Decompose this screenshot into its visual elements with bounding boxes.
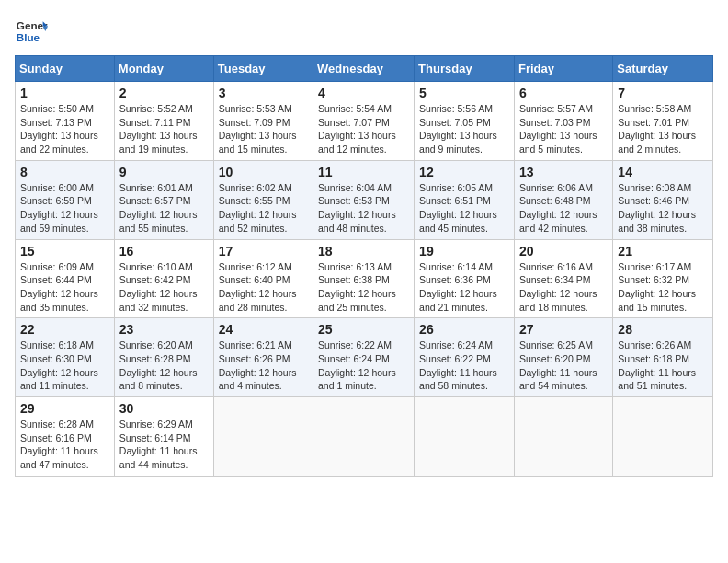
header-wednesday: Wednesday — [313, 56, 415, 82]
calendar-cell: 29Sunrise: 6:28 AMSunset: 6:16 PMDayligh… — [16, 397, 115, 477]
day-number: 11 — [318, 165, 409, 179]
day-number: 7 — [618, 86, 708, 100]
day-number: 30 — [119, 401, 209, 416]
header-sunday: Sunday — [16, 56, 115, 82]
day-number: 28 — [618, 322, 708, 337]
day-info: Sunrise: 5:58 AMSunset: 7:01 PMDaylight:… — [618, 102, 708, 156]
calendar-cell: 13Sunrise: 6:06 AMSunset: 6:48 PMDayligh… — [514, 160, 612, 239]
day-info: Sunrise: 5:53 AMSunset: 7:09 PMDaylight:… — [219, 102, 308, 156]
day-info: Sunrise: 5:57 AMSunset: 7:03 PMDaylight:… — [519, 102, 608, 156]
day-info: Sunrise: 6:21 AMSunset: 6:26 PMDaylight:… — [219, 339, 308, 393]
header-tuesday: Tuesday — [213, 56, 313, 82]
day-info: Sunrise: 6:17 AMSunset: 6:32 PMDaylight:… — [618, 260, 708, 315]
calendar-cell: 25Sunrise: 6:22 AMSunset: 6:24 PMDayligh… — [313, 318, 415, 397]
day-number: 26 — [419, 322, 509, 337]
calendar-cell: 15Sunrise: 6:09 AMSunset: 6:44 PMDayligh… — [16, 239, 115, 318]
calendar-cell: 4Sunrise: 5:54 AMSunset: 7:07 PMDaylight… — [313, 82, 415, 161]
calendar-cell: 7Sunrise: 5:58 AMSunset: 7:01 PMDaylight… — [613, 82, 713, 161]
calendar-cell: 14Sunrise: 6:08 AMSunset: 6:46 PMDayligh… — [613, 160, 713, 239]
day-number: 14 — [618, 165, 708, 179]
day-number: 15 — [20, 244, 109, 259]
calendar-cell: 26Sunrise: 6:24 AMSunset: 6:22 PMDayligh… — [415, 318, 515, 397]
header-thursday: Thursday — [415, 56, 515, 82]
day-info: Sunrise: 5:50 AMSunset: 7:13 PMDaylight:… — [20, 102, 109, 156]
logo: General Blue — [15, 15, 48, 48]
header-friday: Friday — [514, 56, 612, 82]
calendar-cell: 9Sunrise: 6:01 AMSunset: 6:57 PMDaylight… — [114, 160, 213, 239]
day-number: 5 — [419, 86, 509, 100]
calendar-cell: 2Sunrise: 5:52 AMSunset: 7:11 PMDaylight… — [114, 82, 213, 161]
calendar-week-row: 1Sunrise: 5:50 AMSunset: 7:13 PMDaylight… — [16, 82, 713, 161]
day-info: Sunrise: 6:00 AMSunset: 6:59 PMDaylight:… — [20, 181, 109, 236]
calendar-cell: 27Sunrise: 6:25 AMSunset: 6:20 PMDayligh… — [514, 318, 612, 397]
day-info: Sunrise: 6:08 AMSunset: 6:46 PMDaylight:… — [618, 181, 708, 236]
day-info: Sunrise: 6:14 AMSunset: 6:36 PMDaylight:… — [419, 260, 509, 315]
day-info: Sunrise: 6:25 AMSunset: 6:20 PMDaylight:… — [519, 339, 608, 393]
calendar-week-row: 29Sunrise: 6:28 AMSunset: 6:16 PMDayligh… — [16, 397, 713, 477]
day-number: 25 — [318, 322, 409, 337]
day-info: Sunrise: 6:28 AMSunset: 6:16 PMDaylight:… — [20, 418, 109, 472]
day-number: 16 — [119, 244, 209, 259]
calendar-cell: 19Sunrise: 6:14 AMSunset: 6:36 PMDayligh… — [415, 239, 515, 318]
calendar-cell: 30Sunrise: 6:29 AMSunset: 6:14 PMDayligh… — [114, 397, 213, 477]
calendar-week-row: 15Sunrise: 6:09 AMSunset: 6:44 PMDayligh… — [16, 239, 713, 318]
day-number: 20 — [519, 244, 608, 259]
calendar-cell: 6Sunrise: 5:57 AMSunset: 7:03 PMDaylight… — [514, 82, 612, 161]
day-info: Sunrise: 5:52 AMSunset: 7:11 PMDaylight:… — [119, 102, 209, 156]
day-info: Sunrise: 6:04 AMSunset: 6:53 PMDaylight:… — [318, 181, 409, 236]
calendar-cell: 11Sunrise: 6:04 AMSunset: 6:53 PMDayligh… — [313, 160, 415, 239]
calendar-cell: 21Sunrise: 6:17 AMSunset: 6:32 PMDayligh… — [613, 239, 713, 318]
day-number: 12 — [419, 165, 509, 179]
header-saturday: Saturday — [613, 56, 713, 82]
day-number: 2 — [119, 86, 209, 100]
day-info: Sunrise: 5:54 AMSunset: 7:07 PMDaylight:… — [318, 102, 409, 156]
calendar-cell: 23Sunrise: 6:20 AMSunset: 6:28 PMDayligh… — [114, 318, 213, 397]
calendar-cell: 18Sunrise: 6:13 AMSunset: 6:38 PMDayligh… — [313, 239, 415, 318]
day-info: Sunrise: 6:06 AMSunset: 6:48 PMDaylight:… — [519, 181, 608, 236]
day-info: Sunrise: 6:20 AMSunset: 6:28 PMDaylight:… — [119, 339, 209, 393]
day-number: 29 — [20, 401, 109, 416]
calendar-table: SundayMondayTuesdayWednesdayThursdayFrid… — [15, 55, 713, 477]
calendar-cell: 10Sunrise: 6:02 AMSunset: 6:55 PMDayligh… — [213, 160, 313, 239]
day-info: Sunrise: 6:24 AMSunset: 6:22 PMDaylight:… — [419, 339, 509, 393]
day-number: 27 — [519, 322, 608, 337]
calendar-cell: 20Sunrise: 6:16 AMSunset: 6:34 PMDayligh… — [514, 239, 612, 318]
day-info: Sunrise: 6:29 AMSunset: 6:14 PMDaylight:… — [119, 418, 209, 472]
day-number: 9 — [119, 165, 209, 179]
calendar-cell: 1Sunrise: 5:50 AMSunset: 7:13 PMDaylight… — [16, 82, 115, 161]
calendar-cell: 17Sunrise: 6:12 AMSunset: 6:40 PMDayligh… — [213, 239, 313, 318]
day-number: 3 — [219, 86, 308, 100]
day-info: Sunrise: 6:09 AMSunset: 6:44 PMDaylight:… — [20, 260, 109, 315]
day-info: Sunrise: 6:01 AMSunset: 6:57 PMDaylight:… — [119, 181, 209, 236]
calendar-cell: 12Sunrise: 6:05 AMSunset: 6:51 PMDayligh… — [415, 160, 515, 239]
logo-icon: General Blue — [15, 15, 48, 48]
calendar-cell: 5Sunrise: 5:56 AMSunset: 7:05 PMDaylight… — [415, 82, 515, 161]
calendar-header-row: SundayMondayTuesdayWednesdayThursdayFrid… — [16, 56, 713, 82]
day-info: Sunrise: 6:16 AMSunset: 6:34 PMDaylight:… — [519, 260, 608, 315]
day-number: 18 — [318, 244, 409, 259]
header-monday: Monday — [114, 56, 213, 82]
calendar-cell: 3Sunrise: 5:53 AMSunset: 7:09 PMDaylight… — [213, 82, 313, 161]
day-info: Sunrise: 6:10 AMSunset: 6:42 PMDaylight:… — [119, 260, 209, 315]
calendar-cell: 24Sunrise: 6:21 AMSunset: 6:26 PMDayligh… — [213, 318, 313, 397]
calendar-cell — [613, 397, 713, 477]
day-number: 19 — [419, 244, 509, 259]
day-number: 4 — [318, 86, 409, 100]
day-number: 23 — [119, 322, 209, 337]
calendar-cell — [313, 397, 415, 477]
calendar-cell — [415, 397, 515, 477]
calendar-cell — [213, 397, 313, 477]
day-info: Sunrise: 6:22 AMSunset: 6:24 PMDaylight:… — [318, 339, 409, 393]
day-info: Sunrise: 6:13 AMSunset: 6:38 PMDaylight:… — [318, 260, 409, 315]
svg-text:Blue: Blue — [17, 31, 40, 43]
day-info: Sunrise: 6:02 AMSunset: 6:55 PMDaylight:… — [219, 181, 308, 236]
day-info: Sunrise: 6:18 AMSunset: 6:30 PMDaylight:… — [20, 339, 109, 393]
day-number: 10 — [219, 165, 308, 179]
calendar-cell: 22Sunrise: 6:18 AMSunset: 6:30 PMDayligh… — [16, 318, 115, 397]
day-number: 22 — [20, 322, 109, 337]
calendar-cell — [514, 397, 612, 477]
day-info: Sunrise: 6:26 AMSunset: 6:18 PMDaylight:… — [618, 339, 708, 393]
day-number: 1 — [20, 86, 109, 100]
day-info: Sunrise: 5:56 AMSunset: 7:05 PMDaylight:… — [419, 102, 509, 156]
day-number: 24 — [219, 322, 308, 337]
